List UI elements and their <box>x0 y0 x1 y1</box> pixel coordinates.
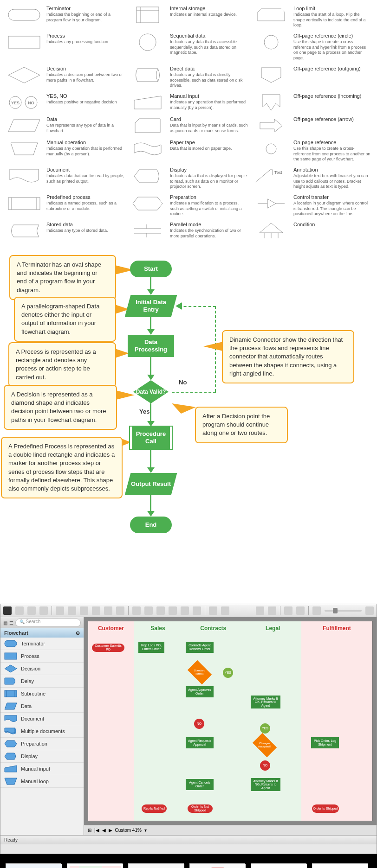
shape-annotation: TextAnnotationAdjustable text box with b… <box>253 165 371 191</box>
tool-icon[interactable] <box>56 606 64 615</box>
subroutine-icon <box>4 689 17 698</box>
thumbnail[interactable] <box>189 863 245 868</box>
tool-icon[interactable] <box>144 606 153 615</box>
status-bar: Ready <box>0 835 377 844</box>
zoom-in-icon[interactable] <box>256 606 264 615</box>
pointer-tool-icon[interactable] <box>3 606 12 615</box>
onpage-ref-icon <box>253 140 290 158</box>
sidebar-item-terminator[interactable]: Terminator <box>0 638 84 650</box>
tool-icon[interactable] <box>193 606 201 615</box>
tool-icon[interactable] <box>15 606 24 615</box>
flow-decision: Data Valid? <box>133 380 169 403</box>
flowchart-example: A Terminator has an oval shape and indic… <box>0 251 377 604</box>
tool-icon[interactable] <box>27 606 36 615</box>
flow-end: End <box>130 517 172 533</box>
view-toggle-icon[interactable]: ▦ <box>3 620 7 625</box>
node-yes2: YES <box>260 723 270 734</box>
zoom-icon[interactable] <box>312 606 321 615</box>
view-toggle-icon[interactable]: ☰ <box>9 620 13 625</box>
node-requests: Agent Requests Approval <box>186 737 214 748</box>
control-transfer-icon <box>253 194 290 213</box>
tool-icon[interactable] <box>132 606 141 615</box>
sidebar-header: ▦ ☰ 🔍 Search <box>0 617 84 628</box>
tool-icon[interactable] <box>68 606 76 615</box>
sidebar-item-display[interactable]: Display <box>0 750 84 763</box>
svg-rect-1 <box>136 7 159 23</box>
tool-icon[interactable] <box>221 606 229 615</box>
tool-icon[interactable] <box>80 606 88 615</box>
sidebar-item-document[interactable]: Document <box>0 713 84 725</box>
svg-line-12 <box>255 170 270 182</box>
sidebar-item-process[interactable]: Process <box>0 650 84 663</box>
internal-storage-icon <box>129 6 166 24</box>
app-screenshot: ▦ ☰ 🔍 Search Flowchart⊖ Terminator Proce… <box>0 604 377 854</box>
thumbnail[interactable] <box>251 863 306 868</box>
svg-rect-4 <box>8 36 40 48</box>
nav-first-icon[interactable]: |◀ <box>94 828 99 833</box>
shape-yes-no: YESNOYES, NOIndicates positive or negati… <box>6 91 124 114</box>
svg-rect-38 <box>79 866 91 868</box>
process-icon <box>4 652 17 660</box>
sidebar-item-decision[interactable]: Decision <box>0 663 84 675</box>
thumbnail[interactable] <box>67 863 123 868</box>
sidebar-item-multiple-docs[interactable]: Multiple documents <box>0 725 84 738</box>
sidebar-item-manual-loop[interactable]: Manual loop <box>0 775 84 788</box>
sidebar-item-data[interactable]: Data <box>0 700 84 713</box>
zoom-out-icon[interactable] <box>268 606 276 615</box>
nav-prev-icon[interactable]: ◀ <box>102 828 106 833</box>
shape-terminator: TerminatorIndicates the beginning or end… <box>6 4 124 30</box>
zoom-icon[interactable] <box>365 606 374 615</box>
delay-icon <box>4 677 17 685</box>
sidebar-item-subroutine[interactable]: Subroutine <box>0 688 84 700</box>
label-yes: Yes <box>139 408 150 415</box>
panel-title[interactable]: Flowchart⊖ <box>0 628 84 638</box>
tool-icon[interactable] <box>104 606 112 615</box>
callout-afterdecision: After a Decision point the program shoul… <box>195 407 288 443</box>
shape-offpage-outgoing: Off-page reference (outgoing) <box>253 64 371 90</box>
canvas-area[interactable]: Customer Sales Contracts Legal Fulfillme… <box>84 617 377 835</box>
thumbnail[interactable] <box>312 863 368 868</box>
process-icon <box>6 33 43 51</box>
nav-next-icon[interactable]: ▶ <box>109 828 112 833</box>
zoom-slider[interactable] <box>325 610 362 612</box>
shape-condition: Condition <box>253 220 371 242</box>
dropdown-icon[interactable]: ▾ <box>144 828 147 833</box>
tool-icon[interactable] <box>169 606 177 615</box>
collapse-icon[interactable]: ⊖ <box>76 630 80 636</box>
nav-icon[interactable]: ⊞ <box>88 828 91 833</box>
sidebar-item-delay[interactable]: Delay <box>0 675 84 688</box>
shape-preparation: PreparationIndicates a modification to a… <box>129 192 248 219</box>
node-contacts: Contacts Agent Reviews Order <box>186 642 214 653</box>
svg-text:NO: NO <box>28 101 34 105</box>
callout-decision: A Decision is represented as a diamond s… <box>4 385 117 430</box>
tool-icon[interactable] <box>209 606 217 615</box>
tool-icon[interactable] <box>116 606 124 615</box>
decision-icon <box>6 66 43 84</box>
node-attorney2: Attorney Marks It NG, Returns to Agent <box>251 778 280 791</box>
tool-icon[interactable] <box>156 606 165 615</box>
terminator-icon <box>6 6 43 24</box>
canvas-footer: ⊞|◀◀▶Custom 41%▾ <box>84 825 377 835</box>
svg-rect-40 <box>102 866 121 868</box>
decision-icon <box>4 664 17 673</box>
sidebar-item-manual-input[interactable]: Manual input <box>0 763 84 775</box>
tool-icon[interactable] <box>296 606 305 615</box>
sidebar-item-preparation[interactable]: Preparation <box>0 738 84 750</box>
manual-operation-icon <box>6 140 43 158</box>
search-input[interactable]: 🔍 Search <box>15 619 81 627</box>
tool-icon[interactable] <box>92 606 100 615</box>
svg-rect-27 <box>5 653 17 659</box>
thumbnail[interactable] <box>128 863 184 868</box>
thumbnail[interactable] <box>6 863 61 868</box>
callout-data: A parallelogram-shaped Data denotes eith… <box>14 297 116 342</box>
node-pick: Pick Order, Log Shipment <box>311 737 339 748</box>
multiple-docs-icon <box>4 727 17 735</box>
tool-icon[interactable] <box>284 606 292 615</box>
node-no: NO <box>194 719 204 729</box>
tool-icon[interactable] <box>181 606 189 615</box>
shape-loop-limit: Loop limitIndicates the start of a loop.… <box>253 4 371 30</box>
tool-icon[interactable] <box>39 606 48 615</box>
shape-sequential-data: Sequential dataIndicates any data that i… <box>129 31 248 63</box>
node-notshipped: Order Is Not Shipped <box>188 804 213 813</box>
svg-rect-49 <box>251 864 307 868</box>
